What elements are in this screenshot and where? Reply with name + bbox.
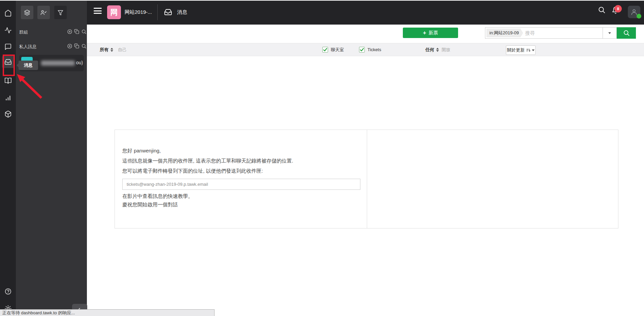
welcome-line-video: 在影片中查看訊息的快速教學。 (122, 193, 193, 200)
sort-by-update-dropdown[interactable]: 關於更新 (506, 45, 536, 55)
top-edge-strip (0, 0, 644, 1)
assigned-agents-button[interactable] (37, 6, 50, 19)
top-bar: 网 网站2019-... 消息 8 (87, 0, 644, 25)
filter-chat-checkbox[interactable]: 聊天室 (322, 43, 344, 56)
global-search-button[interactable] (598, 6, 606, 14)
search-icon (598, 6, 606, 14)
tab-messages-icon[interactable] (164, 8, 172, 16)
property-name[interactable]: 网站2019-... (125, 0, 152, 25)
search-box[interactable]: in:网站2019-09 (485, 27, 603, 39)
plus-icon: + (423, 30, 426, 36)
filter-open-label: 開放 (442, 47, 450, 53)
welcome-line-celebrate: 慶祝您開始啟用一個對話 (122, 202, 178, 208)
inbox-icon (164, 8, 172, 16)
caret-down-icon (532, 49, 535, 52)
main-nav (0, 0, 16, 316)
inbox-nav-tooltip: 消息 (19, 61, 38, 70)
copy-icon[interactable] (74, 29, 79, 34)
welcome-line-forward: 您可以將電子郵件轉發到下面的位址, 以便他們發送到此收件匣: (122, 168, 263, 174)
property-logo[interactable]: 网 (107, 5, 121, 19)
private-messages-section-label: 私人訊息 (19, 44, 37, 50)
card-divider (367, 130, 367, 228)
filter-any-label: 任何 (425, 47, 434, 53)
filter-chat-label: 聊天室 (331, 47, 344, 53)
filter-all-label: 所有 (100, 47, 108, 53)
sort-amount-icon (526, 48, 530, 52)
groups-section-label: 群組 (19, 29, 28, 35)
book-icon (4, 77, 12, 84)
filter-any[interactable]: 任何 (425, 43, 439, 56)
status-text: 正在等待 dashboard.tawk.to 的响应... (2, 310, 75, 316)
search-group: in:网站2019-09 (485, 27, 636, 39)
sort-arrows-icon (110, 48, 113, 52)
filter-self-label: 自己 (118, 47, 127, 53)
new-ticket-label: 新票 (428, 30, 438, 36)
filter-tickets-label: Tickets (367, 47, 381, 52)
nav-reports[interactable] (0, 91, 16, 104)
topbar-divider (157, 4, 158, 20)
home-icon (4, 9, 12, 17)
circle-plus-icon[interactable] (67, 43, 72, 49)
tawk-dashboard: 群組 私人訊息 ou) 消息 网 网站2019-... (0, 0, 644, 316)
filter-open[interactable]: 開放 (442, 43, 450, 56)
groups-section-actions (67, 29, 87, 34)
search-icon[interactable] (81, 29, 87, 34)
search-submit-button[interactable] (617, 27, 636, 39)
notification-count-badge[interactable]: 8 (614, 5, 622, 12)
nav-help[interactable] (0, 285, 16, 298)
chat-icon (4, 43, 12, 50)
conversation-name-suffix: ou) (76, 60, 83, 65)
addons-icon (4, 110, 12, 118)
annotation-highlight-rect (3, 55, 15, 76)
messages-toolbar: + 新票 in:网站2019-09 (87, 25, 644, 43)
nav-knowledge-base[interactable] (0, 74, 16, 87)
filter-self[interactable]: 自己 (118, 43, 127, 56)
search-icon[interactable] (81, 43, 87, 49)
nav-addons[interactable] (0, 107, 16, 121)
filter-button[interactable] (54, 6, 67, 19)
welcome-card: 您好 panwenjing, 這些訊息就像一個共用的收件匣, 這表示您的工單和聊… (115, 130, 618, 229)
magnifier-icon (623, 30, 630, 36)
filter-funnel-icon (57, 9, 64, 16)
tab-messages[interactable]: 消息 (177, 0, 187, 25)
search-scope-tag[interactable]: in:网站2019-09 (486, 29, 520, 37)
filter-all[interactable]: 所有 (100, 43, 113, 56)
search-input[interactable] (520, 30, 602, 36)
new-ticket-button[interactable]: + 新票 (403, 28, 458, 38)
help-icon (4, 288, 12, 295)
layers-icon (24, 9, 30, 16)
copy-icon[interactable] (74, 43, 79, 49)
circle-plus-icon[interactable] (67, 29, 72, 34)
activity-icon (4, 27, 12, 34)
online-status-dot (637, 14, 641, 19)
filter-bar: 所有 自己 聊天室 Tickets 任何 開放 關於更新 (87, 43, 644, 56)
sort-by-update-label: 關於更新 (507, 47, 525, 53)
conversation-name-redacted (41, 61, 75, 66)
property-logo-initial: 网 (110, 7, 118, 17)
group-view-button[interactable] (21, 6, 33, 19)
sort-arrows-icon (436, 48, 439, 52)
welcome-line-inbox: 這些訊息就像一個共用的收件匣, 這表示您的工單和聊天記錄將被存儲的位置. (122, 158, 293, 164)
user-check-icon (40, 9, 47, 16)
private-messages-section-actions (67, 43, 87, 49)
hamburger-menu-button[interactable] (94, 8, 102, 15)
stats-icon (4, 94, 12, 101)
nav-chats[interactable] (0, 40, 16, 54)
messages-sidebar: 群組 私人訊息 ou) 消息 (16, 0, 87, 316)
search-options-dropdown[interactable] (603, 27, 617, 39)
caret-down-icon (608, 32, 611, 35)
user-icon (631, 8, 638, 15)
checkbox-checked-icon[interactable] (322, 47, 328, 52)
nav-monitoring[interactable] (0, 24, 16, 37)
checkbox-checked-icon[interactable] (359, 47, 365, 52)
hamburger-icon (94, 8, 102, 14)
filter-tickets-checkbox[interactable]: Tickets (359, 43, 381, 56)
browser-status-bar: 正在等待 dashboard.tawk.to 的响应... (0, 309, 215, 316)
nav-home[interactable] (0, 6, 16, 20)
welcome-greeting: 您好 panwenjing, (122, 148, 161, 154)
forward-email-field[interactable] (122, 179, 360, 190)
